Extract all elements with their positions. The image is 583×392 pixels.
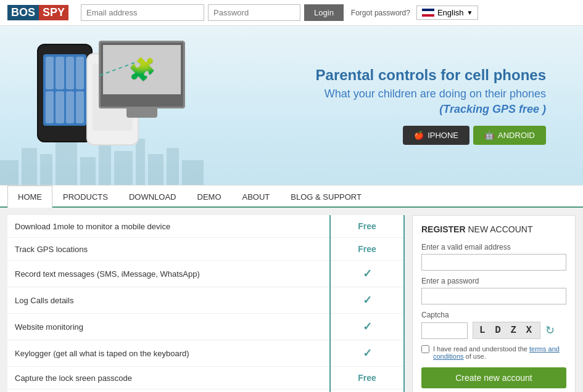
phone-black (37, 44, 93, 142)
feature-cell: Log Calls details (7, 287, 330, 314)
value-cell: ✓ (330, 261, 404, 287)
tracking-end: ) (542, 103, 546, 115)
feature-cell: Record text messages (SMS, iMessage, Wha… (7, 261, 330, 287)
register-title: REGISTER NEW ACCOUNT (421, 224, 566, 234)
table-row: Download 1mole to monitor a mobile devic… (7, 215, 404, 238)
email-input[interactable] (81, 4, 204, 21)
nav-item-products[interactable]: PRODUCTS (52, 186, 118, 208)
table-row: Invisible on the mobile deviceFree (7, 390, 404, 393)
register-email-input[interactable] (421, 254, 566, 271)
features-table: Download 1mole to monitor a mobile devic… (7, 215, 405, 392)
nav-item-about[interactable]: ABOUT (232, 186, 281, 208)
app-icon (76, 57, 84, 89)
table-row: Website monitoring✓ (7, 314, 404, 340)
hero-section: 4 🧩 Parental controls for cell phones Wh… (0, 26, 583, 185)
tracking-free: free (519, 103, 539, 115)
hero-text: Parental controls for cell phones What y… (197, 67, 546, 145)
email-label: Enter a valid email address (421, 243, 566, 251)
app-icon (56, 91, 64, 124)
puzzle-icon: 🧩 (128, 57, 156, 83)
hero-tracking: (Tracking GPS free ) (210, 103, 546, 116)
value-cell: Free (330, 367, 404, 390)
captcha-refresh-button[interactable]: ↻ (545, 324, 555, 337)
check-mark: ✓ (363, 294, 372, 306)
app-icon (56, 57, 64, 89)
feature-cell: Download 1mole to monitor a mobile devic… (7, 215, 330, 238)
hero-subtitle: What your children are doing on their ph… (210, 88, 546, 100)
logo: BOSSPY (7, 5, 68, 20)
create-account-button[interactable]: Create new account (421, 367, 566, 388)
monitor: 🧩 (99, 41, 185, 108)
terms-end: of use. (466, 353, 486, 360)
register-rest: NEW ACCOUNT (466, 224, 533, 234)
check-mark: ✓ (363, 321, 372, 333)
monitor-stand (126, 107, 157, 118)
forgot-password-link[interactable]: Forgot password? (351, 9, 410, 17)
logo-bos: BOS (7, 5, 39, 20)
register-box: REGISTER NEW ACCOUNT Enter a valid email… (412, 215, 576, 392)
nav-item-blog[interactable]: BLOG & SUPPORT (280, 186, 372, 208)
password-input[interactable] (208, 4, 300, 21)
feature-cell: Track GPS locations (7, 238, 330, 261)
feature-cell: Keylogger (get all what is taped on the … (7, 340, 330, 367)
feature-cell: Website monitoring (7, 314, 330, 340)
app-icon (66, 91, 74, 124)
terms-text: I have read and understood the terms and… (433, 345, 566, 360)
free-label: Free (358, 244, 376, 254)
value-cell: Free (330, 215, 404, 238)
feature-cell: Capture the lock sreen passcode (7, 367, 330, 390)
register-bold: REGISTER (421, 224, 466, 234)
captcha-input[interactable] (421, 322, 468, 339)
hero-title: Parental controls for cell phones (210, 67, 546, 84)
check-mark: ✓ (363, 347, 372, 359)
free-label: Free (358, 221, 376, 231)
value-cell: ✓ (330, 340, 404, 367)
nav-item-home[interactable]: HOME (7, 186, 52, 208)
terms-checkbox[interactable] (421, 345, 429, 353)
chevron-down-icon: ▼ (467, 9, 473, 16)
table-row: Log Calls details✓ (7, 287, 404, 314)
tracking-text: (Tracking GPS (439, 103, 516, 115)
app-icon (46, 91, 54, 124)
captcha-label: Captcha (421, 311, 566, 319)
app-icon (46, 57, 54, 89)
table-row: Record text messages (SMS, iMessage, Wha… (7, 261, 404, 287)
feature-cell: Invisible on the mobile device (7, 390, 330, 393)
table-row: Keylogger (get all what is taped on the … (7, 340, 404, 367)
header: BOSSPY Login Forgot password? English ▼ (0, 0, 583, 26)
logo-spy: SPY (39, 5, 68, 20)
features-section: Download 1mole to monitor a mobile devic… (7, 215, 405, 392)
captcha-image: L D Z X (473, 322, 540, 339)
terms-row: I have read and understood the terms and… (421, 345, 566, 360)
main-nav: HOME PRODUCTS DOWNLOAD DEMO ABOUT BLOG &… (0, 185, 583, 208)
app-icon (66, 57, 74, 89)
register-password-input[interactable] (421, 288, 566, 304)
hero-phones: 4 🧩 (12, 31, 197, 179)
captcha-row: L D Z X ↻ (421, 322, 566, 339)
nav-item-download[interactable]: DOWNLOAD (118, 186, 187, 208)
password-label: Enter a password (421, 277, 566, 285)
nav-item-demo[interactable]: DEMO (187, 186, 232, 208)
free-label: Free (358, 373, 376, 383)
phone-screen (43, 54, 86, 126)
check-mark: ✓ (363, 267, 372, 280)
app-icon (76, 91, 84, 124)
main-content: Download 1mole to monitor a mobile devic… (0, 208, 583, 392)
flag-icon (422, 9, 434, 17)
table-row: Track GPS locationsFree (7, 238, 404, 261)
value-cell: ✓ (330, 314, 404, 340)
value-cell: Free (330, 390, 404, 393)
register-section: REGISTER NEW ACCOUNT Enter a valid email… (412, 215, 576, 392)
login-button[interactable]: Login (304, 4, 344, 21)
language-label: English (437, 8, 464, 17)
terms-prefix: I have read and understood the (433, 345, 527, 353)
language-selector[interactable]: English ▼ (416, 6, 479, 20)
value-cell: ✓ (330, 287, 404, 314)
value-cell: Free (330, 238, 404, 261)
table-row: Capture the lock sreen passcodeFree (7, 367, 404, 390)
